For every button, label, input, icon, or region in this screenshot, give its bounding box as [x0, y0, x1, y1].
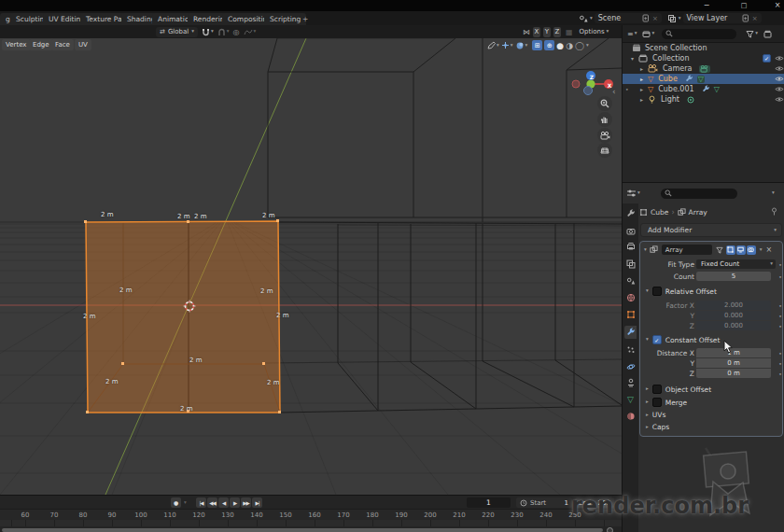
prev-keyframe-button[interactable]: ◀◀: [207, 497, 217, 508]
object-offset-expand-icon[interactable]: ▸: [646, 386, 649, 392]
display-mode-icon[interactable]: [642, 30, 651, 38]
count-keyframe-dot[interactable]: •: [777, 272, 783, 282]
maximize-button[interactable]: □: [737, 1, 750, 10]
filter-icon[interactable]: [746, 30, 754, 38]
outliner-row-light[interactable]: ▸ Light: [623, 94, 784, 105]
cube001-modifier-wrench-icon[interactable]: [702, 85, 710, 93]
modifier-extras-caret-icon[interactable]: ▾: [760, 247, 763, 253]
modifier-close-icon[interactable]: ×: [766, 245, 773, 254]
tab-material-icon[interactable]: [624, 410, 637, 423]
modifier-realtime-toggle[interactable]: [736, 245, 746, 255]
fit-type-keyframe-dot[interactable]: •: [777, 259, 783, 270]
play-button[interactable]: ▶: [230, 497, 240, 508]
outliner-row-camera[interactable]: ▸ Camera: [623, 63, 784, 74]
outliner-row-collection[interactable]: ▾ Collection ✓: [623, 53, 784, 63]
sidebar-toggle-arrow[interactable]: ‹: [612, 87, 616, 96]
keying-caret-icon[interactable]: ▾: [184, 500, 187, 506]
tab-object-icon[interactable]: [624, 308, 637, 321]
object-offset-section[interactable]: ▸ Object Offset: [646, 385, 711, 394]
collection-expand-icon[interactable]: ▾: [631, 56, 634, 62]
distance-y-field[interactable]: 0 m: [696, 358, 771, 368]
outliner-row-cube-selected[interactable]: ▸ ▽ Cube ▽: [623, 74, 784, 84]
new-view-layer-icon[interactable]: [742, 14, 749, 22]
new-scene-icon[interactable]: [642, 14, 650, 22]
collection-checkbox[interactable]: ✓: [763, 54, 771, 63]
outliner-row-scene-collection[interactable]: Scene Collection: [623, 43, 784, 53]
cube-hide-icon[interactable]: [775, 76, 784, 82]
orthographic-toggle-button[interactable]: [597, 143, 612, 158]
new-collection-icon[interactable]: [763, 30, 773, 38]
snap-toggle[interactable]: ▾: [217, 28, 230, 36]
annotate-tool-dropdown[interactable]: ▾: [487, 41, 499, 49]
zoom-tool-button[interactable]: [597, 96, 612, 111]
gizmo-minus-y-ball[interactable]: [583, 86, 593, 95]
proportional-editing-icon[interactable]: ◎: [233, 28, 240, 36]
relative-offset-checkbox[interactable]: [652, 287, 662, 296]
add-workspace-button[interactable]: +: [297, 13, 314, 25]
overlays-dropdown[interactable]: ▾: [515, 41, 528, 50]
merge-checkbox[interactable]: [652, 398, 662, 407]
factor-x-keyframe-dot[interactable]: •: [777, 301, 783, 311]
cube-expand-icon[interactable]: ▸: [640, 77, 643, 82]
scene-browse-caret-icon[interactable]: ▾: [590, 16, 593, 21]
xray-toggle[interactable]: ⊞: [532, 40, 542, 50]
light-data-icon[interactable]: [687, 96, 694, 104]
select-mode-uv[interactable]: UV: [75, 39, 91, 50]
jump-to-end-button[interactable]: ▶|: [252, 497, 262, 508]
cube001-expand-icon[interactable]: ▸: [640, 87, 643, 92]
mirror-y-button[interactable]: Y: [543, 27, 551, 37]
remove-view-layer-icon[interactable]: ×: [752, 15, 758, 22]
tab-particles-icon[interactable]: [624, 343, 637, 357]
uvs-section[interactable]: ▸ UVs: [646, 411, 665, 419]
cube001-hide-icon[interactable]: [775, 86, 784, 92]
camera-hide-icon[interactable]: [775, 65, 784, 72]
modifier-name-field[interactable]: Array: [662, 245, 712, 255]
distance-y-keyframe-dot[interactable]: •: [777, 358, 783, 369]
count-field[interactable]: 5: [696, 272, 771, 281]
options-dropdown[interactable]: Options ▾: [580, 28, 609, 35]
shading-caret-icon[interactable]: ▾: [586, 43, 589, 49]
shading-solid-button[interactable]: ●: [556, 41, 564, 50]
camera-data-icon[interactable]: [699, 65, 710, 73]
properties-editor-type-icon[interactable]: [626, 189, 637, 198]
tab-constraints-icon[interactable]: [624, 376, 637, 389]
close-button[interactable]: ×: [771, 1, 784, 10]
constant-offset-section[interactable]: ▾ ✓ Constant Offset: [646, 335, 720, 344]
relative-offset-section[interactable]: ▾ Relative Offset: [646, 287, 717, 296]
select-mode-face[interactable]: Face: [51, 39, 74, 50]
modifier-mask-icon[interactable]: [716, 246, 723, 254]
next-keyframe-button[interactable]: ▶▶: [241, 497, 251, 508]
tab-view-layer-icon[interactable]: [624, 258, 637, 271]
relative-offset-expand-icon[interactable]: ▾: [646, 288, 649, 294]
tab-scene-icon[interactable]: [624, 274, 637, 287]
timeline-track[interactable]: [0, 520, 622, 526]
jump-to-start-button[interactable]: |◀: [196, 497, 206, 508]
tab-output-icon[interactable]: [624, 240, 637, 253]
light-expand-icon[interactable]: ▸: [640, 97, 643, 103]
factor-y-keyframe-dot[interactable]: •: [777, 311, 783, 321]
snap-target-dropdown[interactable]: ▾: [202, 28, 214, 36]
tab-render-icon[interactable]: [624, 225, 637, 238]
camera-expand-icon[interactable]: ▸: [640, 66, 643, 72]
light-hide-icon[interactable]: [775, 96, 784, 103]
factor-x-field[interactable]: 2.000: [696, 301, 771, 310]
factor-z-field[interactable]: 0.000: [696, 321, 771, 330]
constant-offset-expand-icon[interactable]: ▾: [646, 337, 649, 343]
caps-expand-icon[interactable]: ▸: [646, 425, 649, 430]
breadcrumb-object-label[interactable]: Cube: [651, 208, 668, 217]
modifier-edit-mode-toggle[interactable]: [726, 245, 735, 255]
frame-start-field[interactable]: Start 1: [516, 497, 572, 508]
view-layer-browse-caret-icon[interactable]: ▾: [679, 16, 681, 21]
add-modifier-button[interactable]: Add Modifier ▾: [640, 223, 782, 237]
minimize-button[interactable]: −: [700, 1, 713, 10]
fit-type-dropdown[interactable]: Fixed Count ▾: [696, 259, 776, 269]
editor-type-icon[interactable]: ≡: [627, 30, 634, 38]
unlink-scene-icon[interactable]: ×: [652, 15, 658, 22]
timeline-scroll-knob[interactable]: [607, 527, 613, 532]
tab-object-data-icon[interactable]: ▽: [624, 393, 637, 406]
properties-options-caret-icon[interactable]: ▾: [772, 190, 775, 196]
merge-section[interactable]: ▸ Merge: [646, 398, 687, 407]
camera-view-button[interactable]: [597, 128, 612, 143]
shading-wireframe-button[interactable]: ⊕: [544, 40, 554, 50]
distance-z-field[interactable]: 0 m: [696, 369, 771, 378]
